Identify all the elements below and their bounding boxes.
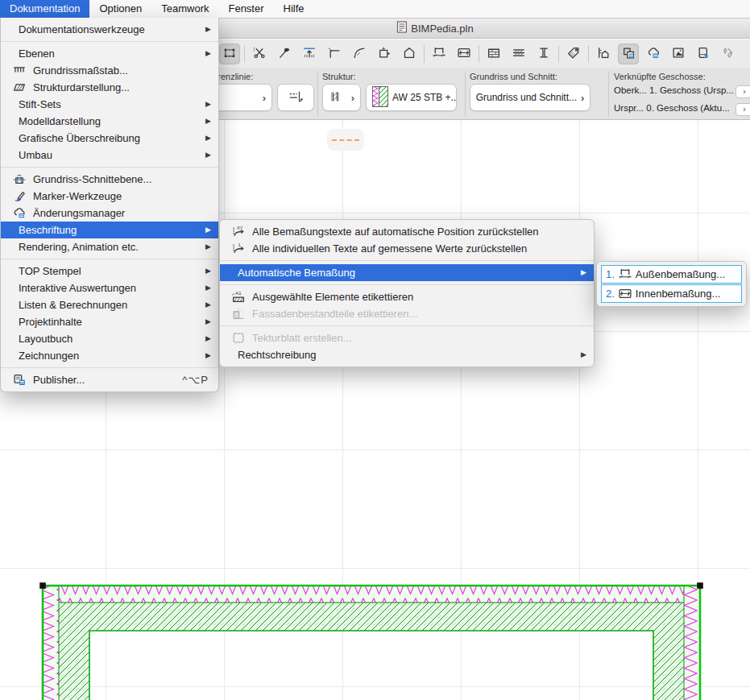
collapsed-palette-tab[interactable] <box>327 129 364 151</box>
submenu-arrow-icon: ▶ <box>205 330 211 347</box>
selection-handle[interactable] <box>39 582 46 589</box>
document-icon <box>396 21 407 35</box>
toolbar-divider <box>588 45 589 63</box>
svg-text:A1: A1 <box>235 291 241 296</box>
tool-book-import-button[interactable] <box>693 43 714 64</box>
book-import-icon <box>696 46 711 62</box>
hatch-rows-icon <box>512 46 526 62</box>
menu-separator <box>220 325 594 326</box>
tool-spell-a-button[interactable]: a <box>743 43 750 64</box>
menu-item-änderungsmanager[interactable]: Änderungsmanager <box>1 205 218 222</box>
selection-handle[interactable] <box>697 582 703 589</box>
cloud-list-icon <box>646 46 661 62</box>
menubar-item-hilfe[interactable]: Hilfe <box>274 0 314 18</box>
menu-item-rendering-animation-etc[interactable]: Rendering, Animation etc.▶ <box>1 238 218 255</box>
menubar-item-teamwork[interactable]: Teamwork <box>151 0 218 18</box>
plan-display-dropdown[interactable]: Grundriss und Schnitt... › <box>470 84 590 111</box>
brick-wall-icon <box>487 46 501 62</box>
menu-item-tekturblatt-erstellen[interactable]: Tekturblatt erstellen... <box>220 329 594 346</box>
tool-tag-button[interactable] <box>563 43 584 64</box>
toolbar-divider <box>558 45 559 63</box>
outer-dim-icon <box>432 46 446 62</box>
toolbar-divider <box>424 45 425 63</box>
menu-item-modelldarstellung[interactable]: Modelldarstellung▶ <box>1 113 218 130</box>
menubar-item-dokumentation[interactable]: Dokumentation <box>0 0 89 18</box>
tool-resize-box-button[interactable] <box>374 43 395 64</box>
menu-item-ausgewählte-elemente-etikettieren[interactable]: A1Ausgewählte Elemente etikettieren <box>220 288 594 305</box>
tool-image-house-button[interactable] <box>668 43 689 64</box>
submenu-arrow-icon: ▶ <box>205 222 211 238</box>
wall-lines <box>43 586 700 700</box>
menu-item-listen-berechnungen[interactable]: Listen & Berechnungen▶ <box>1 296 218 313</box>
menu-separator <box>1 41 218 42</box>
tool-house-button[interactable] <box>399 43 420 64</box>
menu-item-außenbemaßung[interactable]: 1.Außenbemaßung... <box>601 265 742 284</box>
menu-item-stift-sets[interactable]: Stift-Sets▶ <box>1 96 218 113</box>
menu-separator <box>1 367 218 368</box>
menu-item-grafische-überschreibung[interactable]: Grafische Überschreibung▶ <box>1 130 218 147</box>
resize-box-icon <box>377 46 392 62</box>
dokumentation-menu: Dokumentationswerkzeuge▶Ebenen▶Grundriss… <box>0 18 219 392</box>
tool-label-house-button[interactable] <box>593 43 614 64</box>
wall-section-icon <box>329 89 342 107</box>
house-icon <box>402 46 416 62</box>
image-house-icon <box>671 46 686 62</box>
top-link-dropdown[interactable]: › <box>735 85 750 98</box>
tool-cloud-list-button[interactable] <box>643 43 664 64</box>
tool-corner-fillet-button[interactable] <box>324 43 345 64</box>
menu-item-publisher[interactable]: Publisher...^⌥P <box>1 371 218 388</box>
options-divider <box>465 71 466 117</box>
tool-paint-brush-button[interactable] <box>718 43 739 64</box>
tool-steel-profile-button[interactable] <box>533 43 554 64</box>
menu-item-automatische-bemaßung[interactable]: Automatische Bemaßung▶ <box>220 264 594 281</box>
menu-item-innenbemaßung[interactable]: 2.Innenbemaßung... <box>601 284 742 303</box>
tag-icon <box>566 46 581 62</box>
submenu-arrow-icon: ▶ <box>205 347 211 364</box>
menu-item-grundrissmaßstab[interactable]: Grundrissmaßstab... <box>1 62 218 79</box>
menu-item-strukturdarstellung[interactable]: Strukturdarstellung... <box>1 79 218 96</box>
tool-inner-dim-button[interactable] <box>454 43 474 64</box>
reference-line-flip-button[interactable] <box>277 84 314 111</box>
menu-item-beschriftung[interactable]: Beschriftung▶ <box>1 222 218 238</box>
menu-item-alle-individuellen-texte-auf-gemessene-w[interactable]: 1Alle individuellen Texte auf gemessene … <box>220 240 594 257</box>
tool-marquee-button[interactable] <box>219 43 240 64</box>
chevron-right-icon: › <box>351 92 354 104</box>
menu-item-grundriss-schnittebene[interactable]: Grundriss-Schnittebene... <box>1 171 218 188</box>
menu-item-rechtschreibung[interactable]: Rechtschreibung▶ <box>220 346 594 363</box>
section-plane-icon <box>10 172 28 186</box>
selected-wall-drawing[interactable] <box>39 579 706 700</box>
menu-item-fassadenbestandteile-etikettieren[interactable]: A1Fassadenbestandteile etikettieren... <box>220 305 594 322</box>
tool-outer-dim-button[interactable] <box>429 43 450 64</box>
tool-adjust-top-button[interactable] <box>299 43 320 64</box>
menubar-item-optionen[interactable]: Optionen <box>89 0 151 18</box>
submenu-arrow-icon: ▶ <box>205 296 211 313</box>
menu-item-dokumentationswerkzeuge[interactable]: Dokumentationswerkzeuge▶ <box>1 21 218 38</box>
structure-type-dropdown[interactable]: › <box>322 84 361 111</box>
composite-dropdown[interactable]: AW 25 STB +... › <box>366 84 457 111</box>
bottom-link-value: Urspr... 0. Geschoss (Aktu... <box>614 103 730 113</box>
adjust-top-icon <box>302 46 317 62</box>
menu-item-top-stempel[interactable]: TOP Stempel▶ <box>1 263 218 280</box>
tool-curve-edit-button[interactable] <box>349 43 370 64</box>
menu-item-marker-werkzeuge[interactable]: Marker-Werkzeuge <box>1 188 218 205</box>
menu-item-zeichnungen[interactable]: Zeichnungen▶ <box>1 347 218 364</box>
tool-hatch-rows-button[interactable] <box>508 43 529 64</box>
chevron-right-icon: › <box>263 92 266 104</box>
tool-copy-layers-button[interactable] <box>618 43 639 64</box>
menu-item-layoutbuch[interactable]: Layoutbuch▶ <box>1 330 218 347</box>
bottom-link-dropdown[interactable]: › <box>735 103 750 116</box>
reset-xy-icon: XY <box>230 225 247 238</box>
menu-item-ebenen[interactable]: Ebenen▶ <box>1 45 218 62</box>
palette-dashes-icon <box>332 139 359 141</box>
menu-item-interaktive-auswertungen[interactable]: Interaktive Auswertungen▶ <box>1 280 218 296</box>
tool-brick-wall-button[interactable] <box>483 43 504 64</box>
menubar-item-fenster[interactable]: Fenster <box>218 0 273 18</box>
publisher-icon <box>10 373 28 387</box>
ruler-scale-icon <box>10 64 28 77</box>
menu-item-projektinhalte[interactable]: Projektinhalte▶ <box>1 313 218 330</box>
tool-scissors-button[interactable] <box>249 43 270 64</box>
menu-item-alle-bemaßungstexte-auf-automatische-pos[interactable]: XYAlle Bemaßungstexte auf automatische P… <box>220 223 594 240</box>
submenu-arrow-icon: ▶ <box>581 346 586 363</box>
menu-item-umbau[interactable]: Umbau▶ <box>1 147 218 164</box>
tool-axe-button[interactable] <box>274 43 295 64</box>
